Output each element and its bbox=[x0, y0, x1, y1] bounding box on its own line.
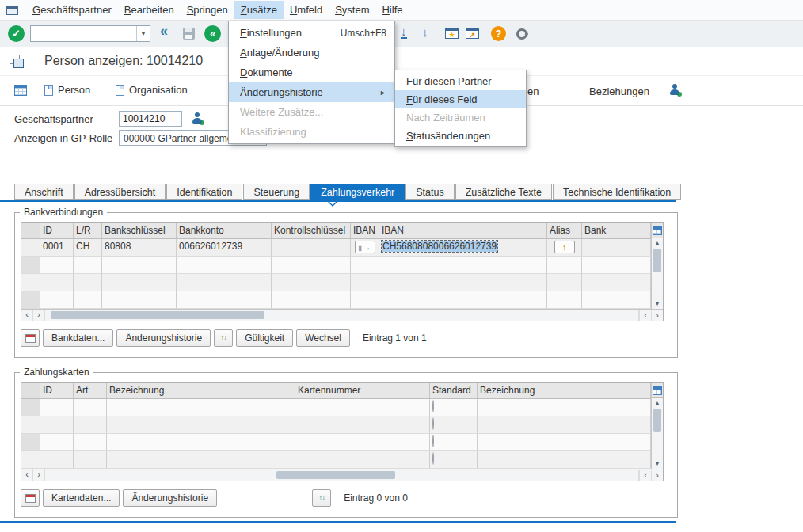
horizontal-scroll-track[interactable] bbox=[45, 310, 638, 321]
empty-cell[interactable] bbox=[379, 274, 547, 291]
empty-cell[interactable] bbox=[74, 291, 102, 309]
cards-empty-row[interactable] bbox=[21, 434, 651, 451]
cards-vertical-scrollbar[interactable] bbox=[651, 383, 663, 469]
scroll-right-icon[interactable] bbox=[651, 470, 663, 481]
scroll-left-icon[interactable] bbox=[639, 310, 651, 321]
submenu-item-statusaenderungen[interactable]: Statusänderungen bbox=[395, 127, 526, 145]
menu-zusaetze[interactable]: Zusätze bbox=[234, 1, 284, 19]
bank-empty-row[interactable] bbox=[21, 274, 651, 291]
tab-zahlungsverkehr[interactable]: Zahlungsverkehr bbox=[310, 184, 405, 200]
empty-cell[interactable] bbox=[582, 256, 651, 274]
command-input[interactable] bbox=[31, 26, 135, 41]
row-selector-cell[interactable] bbox=[21, 399, 40, 416]
empty-cell[interactable] bbox=[107, 434, 295, 451]
cell-kontrollschluessel[interactable] bbox=[272, 239, 351, 256]
bank-empty-row[interactable] bbox=[21, 291, 651, 309]
iban-transfer-button[interactable] bbox=[355, 241, 375, 253]
empty-cell[interactable] bbox=[102, 291, 177, 309]
empty-cell[interactable] bbox=[295, 451, 430, 469]
menu-umfeld[interactable]: Umfeld bbox=[284, 1, 329, 19]
empty-cell[interactable] bbox=[478, 416, 651, 434]
cell-id[interactable]: 0001 bbox=[40, 239, 74, 256]
empty-cell[interactable] bbox=[272, 256, 351, 274]
back-icon[interactable] bbox=[160, 23, 168, 40]
settings-gear-icon[interactable] bbox=[516, 28, 527, 40]
new-session-icon[interactable] bbox=[445, 28, 459, 39]
col-bank-truncated[interactable]: Bank bbox=[582, 223, 651, 239]
empty-cell[interactable] bbox=[74, 274, 102, 291]
empty-cell[interactable] bbox=[40, 291, 74, 309]
empty-cell[interactable] bbox=[379, 256, 547, 274]
horizontal-scroll-track[interactable] bbox=[45, 469, 638, 481]
help-icon[interactable] bbox=[491, 26, 506, 41]
standard-radio[interactable] bbox=[432, 417, 434, 430]
bank-table-row[interactable]: 0001 CH 80808 006626012739 CH56808080066… bbox=[21, 239, 651, 256]
bp-type-person-button[interactable]: Person bbox=[40, 82, 95, 98]
empty-cell[interactable] bbox=[40, 256, 74, 274]
empty-cell[interactable] bbox=[295, 399, 430, 416]
menu-system[interactable]: System bbox=[329, 1, 375, 19]
row-selector-cell[interactable] bbox=[21, 291, 40, 309]
menu-item-dokumente[interactable]: Dokumente bbox=[229, 63, 394, 82]
last-page-icon[interactable] bbox=[422, 25, 428, 39]
standard-radio[interactable] bbox=[432, 452, 434, 465]
partner-person-icon[interactable] bbox=[192, 112, 202, 124]
empty-cell[interactable] bbox=[478, 434, 651, 451]
bp-type-organisation-button[interactable]: Organisation bbox=[111, 82, 192, 98]
submenu-item-fuer-dieses-feld[interactable]: Für dieses Feld bbox=[395, 90, 526, 108]
bank-horizontal-scrollbar[interactable] bbox=[21, 309, 663, 321]
empty-cell[interactable] bbox=[40, 451, 74, 469]
row-selector-cell[interactable] bbox=[21, 416, 40, 434]
row-selector-cell[interactable] bbox=[21, 451, 40, 469]
empty-cell[interactable] bbox=[379, 291, 547, 309]
sort-toggle-button[interactable]: ↑↓ bbox=[214, 329, 233, 347]
menu-item-anlage-aenderung[interactable]: Anlage/Änderung bbox=[229, 43, 394, 63]
tab-adressuebersicht[interactable]: Adressübersicht bbox=[74, 184, 166, 200]
bank-aenderungshistorie-button[interactable]: Änderungshistorie bbox=[116, 329, 211, 347]
empty-cell[interactable] bbox=[177, 274, 272, 291]
submenu-item-fuer-diesen-partner[interactable]: Für diesen Partner bbox=[395, 72, 526, 90]
table-view-icon[interactable] bbox=[14, 85, 27, 96]
table-settings-icon[interactable] bbox=[652, 223, 663, 238]
empty-cell[interactable] bbox=[102, 256, 177, 274]
row-selector-cell[interactable] bbox=[21, 256, 40, 274]
tab-status[interactable]: Status bbox=[405, 184, 454, 200]
empty-cell[interactable] bbox=[272, 274, 351, 291]
horizontal-scroll-thumb[interactable] bbox=[276, 471, 395, 479]
col-iban[interactable]: IBAN bbox=[379, 223, 547, 239]
col-iban-icon[interactable]: IBAN bbox=[351, 223, 379, 239]
cards-empty-row[interactable] bbox=[21, 451, 651, 469]
empty-cell[interactable] bbox=[177, 291, 272, 309]
scroll-right-icon[interactable] bbox=[33, 310, 45, 321]
cards-horizontal-scrollbar[interactable] bbox=[21, 469, 663, 481]
table-settings-icon[interactable] bbox=[652, 383, 663, 398]
col-kontrollschluessel[interactable]: Kontrollschlüssel bbox=[272, 223, 351, 239]
col-bankkonto[interactable]: Bankkonto bbox=[177, 223, 272, 239]
insert-row-button[interactable] bbox=[21, 329, 40, 347]
menu-item-aenderungshistorie[interactable]: Änderungshistorie bbox=[229, 82, 394, 102]
scroll-up-icon[interactable] bbox=[652, 398, 663, 408]
col-bankschluessel[interactable]: Bankschlüssel bbox=[102, 223, 177, 239]
menu-bearbeiten[interactable]: Bearbeiten bbox=[118, 1, 181, 19]
empty-cell[interactable] bbox=[351, 291, 379, 309]
empty-cell[interactable] bbox=[74, 399, 107, 416]
tab-anschrift[interactable]: Anschrift bbox=[14, 184, 74, 200]
standard-radio[interactable] bbox=[432, 400, 434, 412]
enter-icon[interactable] bbox=[8, 25, 25, 42]
cell-bankkonto[interactable]: 006626012739 bbox=[177, 239, 272, 256]
row-selector-cell[interactable] bbox=[21, 239, 40, 256]
menu-hilfe[interactable]: Hilfe bbox=[375, 1, 409, 19]
command-field[interactable] bbox=[30, 25, 150, 42]
empty-cell[interactable] bbox=[74, 416, 107, 434]
empty-cell[interactable] bbox=[582, 274, 651, 291]
row-selector-cell[interactable] bbox=[21, 274, 40, 291]
horizontal-scroll-thumb[interactable] bbox=[51, 311, 264, 319]
scroll-left-icon[interactable] bbox=[21, 469, 33, 481]
menu-item-einstellungen[interactable]: Einstellungen Umsch+F8 bbox=[229, 23, 394, 43]
col-alias[interactable]: Alias bbox=[547, 223, 582, 239]
cell-lr[interactable]: CH bbox=[74, 239, 102, 256]
tab-zusaetzliche-texte[interactable]: Zusätzliche Texte bbox=[455, 184, 552, 200]
bank-vertical-scrollbar[interactable] bbox=[651, 223, 663, 309]
tab-steuerung[interactable]: Steuerung bbox=[243, 184, 310, 200]
col-bezeichnung[interactable]: Bezeichnung bbox=[107, 383, 295, 399]
